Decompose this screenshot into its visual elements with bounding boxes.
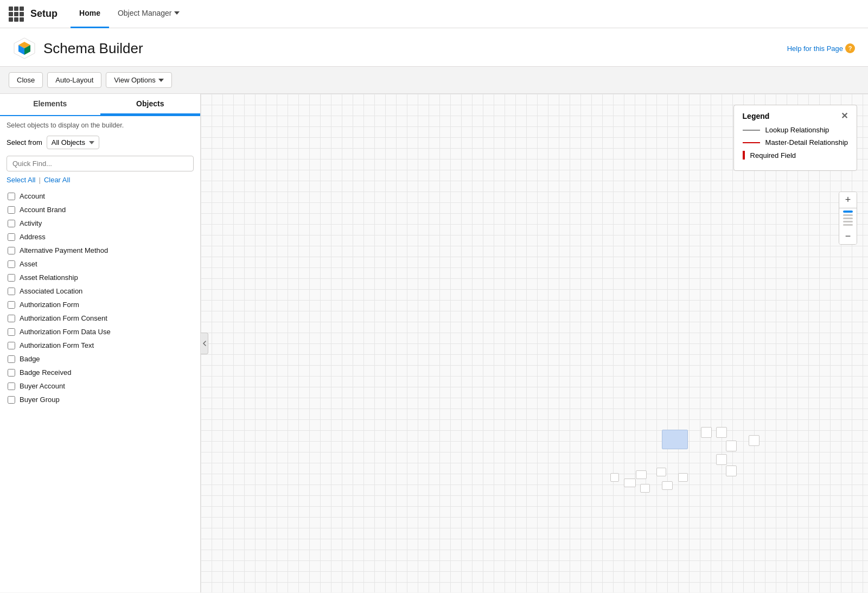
list-item[interactable]: Alternative Payment Method [0,244,200,257]
legend-lookup-label: Lookup Relationship [765,126,829,134]
zoom-in-button[interactable]: + [839,192,857,208]
page-title: Schema Builder [43,40,143,57]
object-checkbox[interactable] [8,220,15,227]
list-item[interactable]: Badge [0,352,200,366]
left-panel: Elements Objects Select objects to displ… [0,94,201,592]
list-item[interactable]: Authorization Form [0,298,200,311]
legend-required-item: Required Field [743,151,848,160]
help-link[interactable]: Help for this Page ? [787,43,855,53]
canvas-object-box [662,481,673,490]
zoom-level-1 [843,211,853,213]
canvas-object-box [716,427,727,438]
object-label: Badge [20,355,40,363]
object-label: Alternative Payment Method [20,246,108,254]
canvas-object-box [610,473,619,482]
object-checkbox[interactable] [8,355,15,363]
object-label: Authorization Form [20,301,79,309]
canvas-object-box [749,435,760,446]
list-item[interactable]: Account Brand [0,203,200,216]
lookup-line-icon [743,130,760,131]
object-checkbox[interactable] [8,274,15,282]
auto-layout-button[interactable]: Auto-Layout [47,72,101,88]
nav-tab-object-manager[interactable]: Object Manager [109,0,188,28]
object-label: Asset [20,260,37,268]
object-label: Asset Relationship [20,273,78,282]
view-options-chevron-icon [158,79,164,82]
object-label: Associated Location [20,287,82,295]
list-item[interactable]: Buyer Account [0,379,200,393]
collapse-icon [203,341,206,346]
object-checkbox[interactable] [8,206,15,214]
object-checkbox[interactable] [8,382,15,390]
list-item[interactable]: Badge Received [0,366,200,379]
list-item[interactable]: Associated Location [0,284,200,298]
canvas-object-box [678,473,688,482]
object-checkbox[interactable] [8,233,15,241]
list-item[interactable]: Authorization Form Text [0,339,200,352]
zoom-level-4 [843,221,853,222]
select-from-row: Select from All Objects [0,131,200,154]
canvas-object-box [716,454,727,465]
object-checkbox[interactable] [8,301,15,309]
list-item[interactable]: Buyer Group [0,393,200,406]
legend-box: Legend ✕ Lookup Relationship Master-Deta… [733,105,857,171]
object-checkbox[interactable] [8,315,15,322]
list-item[interactable]: Authorization Form Consent [0,311,200,325]
view-options-button[interactable]: View Options [106,72,171,88]
quick-find-input[interactable] [7,156,194,171]
list-item[interactable]: Address [0,230,200,244]
zoom-level-5 [843,224,853,226]
object-checkbox[interactable] [8,193,15,200]
object-label: Address [20,233,46,241]
zoom-level-3 [843,218,853,219]
list-item[interactable]: Asset [0,257,200,271]
select-all-link[interactable]: Select All [7,176,35,184]
master-detail-line-icon [743,142,760,143]
list-item[interactable]: Account [0,189,200,203]
list-item[interactable]: Activity [0,216,200,230]
object-checkbox[interactable] [8,342,15,349]
canvas-object-box [701,427,712,438]
zoom-out-button[interactable]: − [839,228,857,244]
object-checkbox[interactable] [8,328,15,336]
object-label: Authorization Form Data Use [20,328,111,336]
page-header: Schema Builder Help for this Page ? [0,28,868,67]
required-field-line-icon [743,151,745,160]
object-label: Buyer Account [20,382,65,390]
close-button[interactable]: Close [9,72,43,88]
nav-tab-home[interactable]: Home [71,0,109,28]
object-checkbox[interactable] [8,396,15,404]
canvas-object-box [726,466,737,476]
app-name: Setup [30,8,58,20]
object-checkbox[interactable] [8,288,15,295]
chevron-down-icon [174,11,180,15]
zoom-slider[interactable] [839,208,857,228]
select-from-dropdown[interactable]: All Objects [47,136,99,149]
select-clear-row: Select All | Clear All [0,174,200,187]
canvas-object-box [640,484,650,493]
collapse-panel-handle[interactable] [201,333,208,354]
app-launcher-icon[interactable] [9,7,24,22]
tab-elements[interactable]: Elements [0,94,100,115]
schema-builder-icon [13,37,36,60]
legend-lookup-item: Lookup Relationship [743,126,848,134]
legend-title: Legend [743,112,770,120]
list-item[interactable]: Authorization Form Data Use [0,325,200,339]
object-label: Activity [20,219,42,227]
canvas-area: Legend ✕ Lookup Relationship Master-Deta… [201,94,868,592]
object-checkbox[interactable] [8,247,15,254]
clear-all-link[interactable]: Clear All [44,176,70,184]
object-label: Authorization Form Text [20,341,94,349]
legend-master-detail-label: Master-Detail Relationship [765,138,848,146]
list-item[interactable]: Asset Relationship [0,271,200,284]
canvas-object-box [624,479,636,487]
object-label: Account Brand [20,206,66,214]
object-checkbox[interactable] [8,260,15,268]
zoom-controls: + − [839,192,857,245]
canvas-object-box [662,430,688,449]
object-checkbox[interactable] [8,369,15,377]
tab-objects[interactable]: Objects [100,94,201,115]
object-label: Authorization Form Consent [20,314,107,322]
legend-close-button[interactable]: ✕ [841,112,848,120]
object-label: Badge Received [20,368,71,377]
